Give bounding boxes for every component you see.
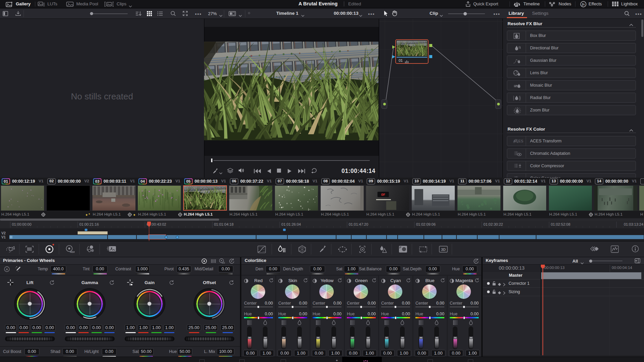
svg-text:OF: OF — [381, 193, 385, 197]
svg-text:LOG: LOG — [222, 262, 225, 264]
svg-text:01:01:26:04: 01:01:26:04 — [281, 222, 301, 226]
svg-text:01:00:00:00: 01:00:00:00 — [12, 222, 32, 226]
svg-text:HDR: HDR — [70, 251, 75, 254]
svg-text:01:03:13:24: 01:03:13:24 — [624, 222, 643, 226]
svg-text:fx: fx — [582, 3, 585, 6]
svg-text:A: A — [6, 268, 8, 271]
svg-text:01:00:21:16: 01:00:21:16 — [79, 222, 99, 226]
svg-text:01:02:30:22: 01:02:30:22 — [483, 222, 503, 226]
svg-text:01:01:04:18: 01:01:04:18 — [214, 222, 234, 226]
svg-text:01:02:52:08: 01:02:52:08 — [551, 222, 570, 226]
svg-text:3D: 3D — [441, 247, 446, 252]
svg-text:01:01:47:20: 01:01:47:20 — [349, 222, 368, 226]
svg-text:01:02:09:06: 01:02:09:06 — [416, 222, 436, 226]
